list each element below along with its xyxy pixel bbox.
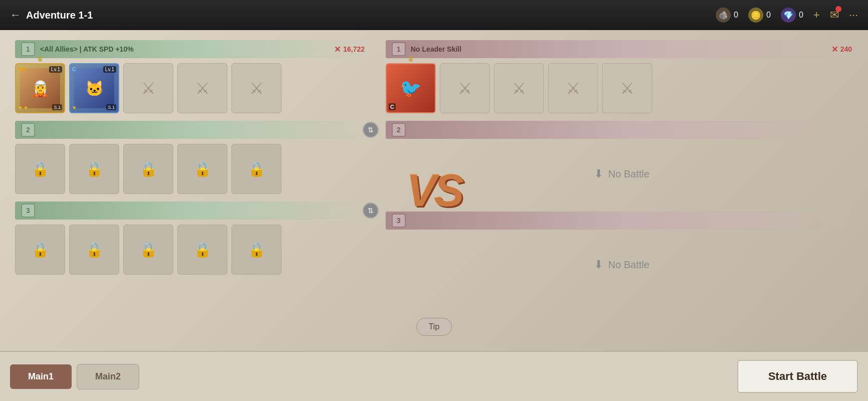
- char-slot-4[interactable]: ⚔: [177, 63, 227, 113]
- crown-icon: ♛: [37, 54, 44, 64]
- lock-icon: 🔒: [194, 242, 211, 258]
- char-slot-wrapper-2: 🐱 C Lv.1 ★ S.1: [69, 63, 119, 113]
- enemy-rank-1: C: [389, 103, 396, 110]
- main1-tab[interactable]: Main1: [10, 364, 72, 389]
- top-bar: ← Adventure 1-1 🪨 0 🪙 0 💎 0 + ✉ ···: [0, 0, 868, 30]
- enemy-squad-row-1: 1 No Leader Skill ✕ 240 ♛ 🐦 C: [386, 40, 858, 113]
- right-panel: 1 No Leader Skill ✕ 240 ♛ 🐦 C: [381, 30, 868, 351]
- enemy-squad-1-cost: ✕ 240: [831, 45, 852, 54]
- squad-3-swap-button[interactable]: ⇅: [363, 203, 379, 219]
- add-currency-button[interactable]: +: [813, 9, 820, 22]
- no-battle-icon-3: ⬇: [594, 258, 603, 271]
- char-c-image: 🐱: [74, 68, 114, 108]
- enemy-squad-1-badge: 1: [392, 42, 406, 56]
- squad-2-slot-4[interactable]: 🔒: [177, 144, 227, 194]
- char-2-rank: C: [72, 66, 76, 72]
- squad-1-header: 1 <All Allies> | ATK SPD +10% ✕ 16,722: [15, 40, 371, 58]
- lock-icon: 🔒: [86, 161, 103, 177]
- enemy-slot-3: ⚔: [494, 63, 544, 113]
- squad-3-slot-4[interactable]: 🔒: [177, 225, 227, 275]
- squad-1-cost: ✕ 16,722: [334, 45, 365, 54]
- cost-x-icon: ✕: [334, 45, 341, 54]
- enemy-squad-1-skill: No Leader Skill: [411, 45, 461, 53]
- squad-2-swap-button[interactable]: ⇅: [363, 122, 379, 138]
- stone-value: 0: [734, 11, 738, 20]
- stone-currency: 🪨 0: [716, 8, 738, 23]
- enemy-squad-row-3: 3 ⬇ No Battle: [386, 212, 858, 295]
- char-slot-5[interactable]: ⚔: [231, 63, 281, 113]
- char-1-stage: S.1: [52, 104, 62, 110]
- crystal-value: 0: [799, 11, 803, 20]
- enemy-squad-1-header: 1 No Leader Skill ✕ 240: [386, 40, 858, 58]
- bottom-bar: Main1 Main2 Start Battle: [0, 351, 868, 401]
- enemy-crown-icon: ♛: [407, 54, 414, 64]
- lock-icon: 🔒: [32, 242, 49, 258]
- squad-3-slots: 🔒 🔒 🔒 🔒 🔒: [15, 225, 371, 275]
- char-1-stars: ★★: [18, 105, 28, 110]
- lock-icon: 🔒: [194, 161, 211, 177]
- squad-2-slot-3[interactable]: 🔒: [123, 144, 173, 194]
- squad-row-2: 2 ⇅ 🔒 🔒 🔒 🔒 🔒: [15, 121, 371, 194]
- ghost-icon-5: ⚔: [249, 79, 264, 98]
- enemy-squad-1-cost-value: 240: [840, 45, 852, 53]
- lock-icon: 🔒: [140, 161, 157, 177]
- crystal-icon: 💎: [781, 8, 796, 23]
- char-2-stage: S.1: [106, 104, 116, 110]
- squad-2-slots: 🔒 🔒 🔒 🔒 🔒: [15, 144, 371, 194]
- squad-1-cost-value: 16,722: [343, 45, 365, 53]
- enemy-slot-1: 🐦 C: [386, 63, 436, 113]
- char-slot-3[interactable]: ⚔: [123, 63, 173, 113]
- enemy-ghost-4: ⚔: [566, 79, 581, 98]
- stone-icon: 🪨: [716, 8, 731, 23]
- more-button[interactable]: ···: [849, 9, 858, 22]
- enemy-slot-2: ⚔: [440, 63, 490, 113]
- back-arrow-icon: ←: [10, 9, 21, 22]
- squad-3-slot-3[interactable]: 🔒: [123, 225, 173, 275]
- no-battle-icon-2: ⬇: [594, 167, 603, 180]
- squad-3-slot-1[interactable]: 🔒: [15, 225, 65, 275]
- squad-2-badge: 2: [21, 123, 35, 137]
- enemy-squad-2-no-battle: ⬇ No Battle: [386, 144, 858, 204]
- enemy-char-1: 🐦: [400, 78, 422, 99]
- squad-3-slot-5[interactable]: 🔒: [231, 225, 281, 275]
- enemy-squad-2-badge: 2: [392, 123, 406, 137]
- squad-3-header: 3 ⇅: [15, 202, 371, 220]
- tip-button[interactable]: Tip: [416, 318, 452, 336]
- char-1-level: Lv.1: [49, 66, 62, 73]
- lock-icon: 🔒: [248, 161, 265, 177]
- gold-currency: 🪙 0: [748, 8, 771, 23]
- squad-2-slot-1[interactable]: 🔒: [15, 144, 65, 194]
- enemy-slot-5: ⚔: [602, 63, 652, 113]
- enemy-char-wrapper-1: ♛ 🐦 C: [386, 63, 436, 113]
- gold-icon: 🪙: [748, 8, 763, 23]
- gold-value: 0: [766, 11, 771, 20]
- mail-button[interactable]: ✉: [830, 9, 839, 22]
- char-slot-1[interactable]: 🧝 SR Lv.1 ★★ S.1: [15, 63, 65, 113]
- char-2-level: Lv.1: [103, 66, 116, 73]
- lock-icon: 🔒: [32, 161, 49, 177]
- squad-row-3: 3 ⇅ 🔒 🔒 🔒 🔒 🔒: [15, 202, 371, 275]
- squad-3-slot-2[interactable]: 🔒: [69, 225, 119, 275]
- enemy-ghost-5: ⚔: [620, 79, 635, 98]
- squad-2-slot-2[interactable]: 🔒: [69, 144, 119, 194]
- enemy-ghost-2: ⚔: [458, 79, 472, 98]
- squad-2-slot-5[interactable]: 🔒: [231, 144, 281, 194]
- squad-1-slots: ♛ 🧝 SR Lv.1 ★★ S.1 🐱 C: [15, 63, 371, 113]
- start-battle-button[interactable]: Start Battle: [737, 360, 858, 393]
- lock-icon: 🔒: [86, 242, 103, 258]
- squad-3-badge: 3: [21, 204, 35, 218]
- lock-icon: 🔒: [140, 242, 157, 258]
- squad-1-badge: 1: [21, 42, 35, 56]
- no-battle-text-2: No Battle: [608, 168, 649, 180]
- page-title: Adventure 1-1: [26, 10, 93, 21]
- char-slot-2[interactable]: 🐱 C Lv.1 ★ S.1: [69, 63, 119, 113]
- enemy-squad-3-header: 3: [386, 212, 858, 230]
- back-button[interactable]: ← Adventure 1-1: [10, 9, 93, 22]
- enemy-squad-3-badge: 3: [392, 214, 406, 228]
- ghost-icon-4: ⚔: [195, 79, 210, 98]
- main2-tab[interactable]: Main2: [77, 364, 139, 389]
- enemy-cost-x-icon: ✕: [831, 45, 838, 54]
- squad-row-1: 1 <All Allies> | ATK SPD +10% ✕ 16,722 ♛…: [15, 40, 371, 113]
- char-1-rank: SR: [18, 66, 26, 72]
- squad-2-header: 2 ⇅: [15, 121, 371, 139]
